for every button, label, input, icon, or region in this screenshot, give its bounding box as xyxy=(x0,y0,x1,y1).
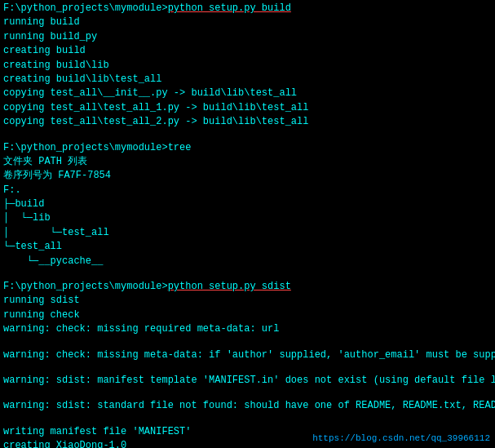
terminal-line: F:. xyxy=(3,184,492,197)
terminal-line: running sdist xyxy=(3,294,492,308)
terminal-line: └─__pycache__ xyxy=(3,255,492,268)
terminal-line: └─test_all xyxy=(3,240,492,254)
terminal-line: 文件夹 PATH 列表 xyxy=(3,155,492,169)
terminal-line: creating build\lib\test_all xyxy=(3,73,492,86)
terminal-line: creating build xyxy=(3,44,492,58)
terminal-line: running build xyxy=(3,16,492,29)
terminal-line: running build_py xyxy=(3,30,492,44)
terminal-line xyxy=(3,414,492,425)
terminal-window: F:\python_projects\mymodule>python setup… xyxy=(0,0,495,448)
terminal-line: copying test_all\test_all_2.py -> build\… xyxy=(3,115,492,129)
terminal-line: │ └─lib xyxy=(3,211,492,225)
terminal-line: copying test_all\__init__.py -> build\li… xyxy=(3,86,492,100)
terminal-line xyxy=(3,388,492,399)
terminal-line: warning: check: missing meta-data: if 'a… xyxy=(3,348,492,362)
terminal-line: F:\python_projects\mymodule>python setup… xyxy=(3,2,492,16)
terminal-line: F:\python_projects\mymodule>tree xyxy=(3,141,492,155)
watermark: https://blog.csdn.net/qq_39966112 xyxy=(312,433,490,443)
terminal-line: 卷序列号为 FA7F-7854 xyxy=(3,169,492,183)
terminal-line: copying test_all\test_all_1.py -> build\… xyxy=(3,101,492,115)
terminal-line: warning: check: missing required meta-da… xyxy=(3,322,492,336)
terminal-line: │ └─test_all xyxy=(3,226,492,240)
terminal-line: creating build\lib xyxy=(3,59,492,73)
terminal-line: warning: sdist: standard file not found:… xyxy=(3,399,492,413)
terminal-line: ├─build xyxy=(3,197,492,211)
terminal-line xyxy=(3,268,492,280)
terminal-line xyxy=(3,362,492,374)
terminal-line: warning: sdist: manifest template 'MANIF… xyxy=(3,374,492,388)
terminal-line: F:\python_projects\mymodule>python setup… xyxy=(3,280,492,294)
terminal-line xyxy=(3,337,492,348)
terminal-line: running check xyxy=(3,308,492,322)
terminal-line xyxy=(3,130,492,141)
